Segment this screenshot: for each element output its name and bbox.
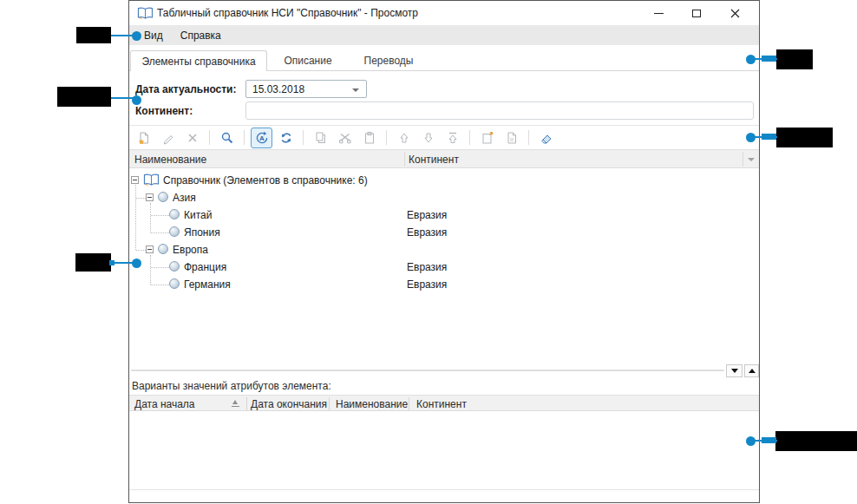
variants-table-header: Дата начала Дата окончания Наименование …	[129, 395, 759, 411]
continent-label: Континент:	[135, 105, 193, 117]
sort-ascending-icon[interactable]	[232, 400, 239, 408]
menu-bar: Вид Справка	[129, 25, 759, 45]
splitter-collapse-button[interactable]	[726, 364, 743, 377]
document-icon	[505, 131, 519, 145]
annotation-line	[111, 35, 134, 36]
auto-search-icon: A	[255, 131, 269, 145]
triangle-up-icon	[749, 369, 756, 373]
chevron-down-icon	[352, 88, 359, 92]
tree-item-label: Германия	[184, 278, 231, 291]
document-button[interactable]	[500, 128, 522, 148]
collapse-icon[interactable]	[146, 193, 154, 201]
arrow-to-top-icon	[446, 131, 460, 145]
search-button[interactable]	[216, 128, 238, 148]
element-icon	[158, 244, 168, 254]
reference-book-icon	[137, 7, 154, 20]
column-divider	[409, 397, 409, 410]
tree-col-continent[interactable]: Континент	[409, 154, 459, 166]
pencil-icon	[161, 131, 175, 145]
annotation-stub	[762, 56, 776, 62]
col-date-start[interactable]: Дата начала	[134, 398, 195, 410]
arrow-down-icon	[422, 131, 435, 145]
edit-button[interactable]	[157, 128, 179, 148]
element-icon	[169, 226, 180, 237]
tree-item-continent: Евразия	[407, 278, 447, 291]
window-controls	[639, 1, 754, 25]
element-icon	[169, 209, 180, 219]
column-divider	[404, 152, 405, 167]
paste-button[interactable]	[358, 128, 380, 148]
menu-item-help[interactable]: Справка	[180, 29, 221, 42]
new-item-button[interactable]	[133, 128, 154, 148]
tree-table-header: Наименование Континент	[129, 150, 759, 168]
annotation-line	[111, 97, 134, 99]
copy-icon	[314, 131, 328, 145]
tab-description[interactable]: Описание	[268, 50, 348, 70]
window-title: Табличный справочник НСИ "Справочник" - …	[157, 7, 418, 19]
column-divider	[743, 152, 743, 167]
tree-row-root[interactable]: Справочник (Элементов в справочнике: 6)	[129, 172, 758, 189]
annotation-stub	[762, 437, 776, 443]
delete-x-icon	[186, 131, 200, 145]
menu-item-view[interactable]: Вид	[144, 29, 163, 42]
open-card-button[interactable]	[476, 128, 498, 148]
date-label: Дата актуальности:	[135, 83, 237, 95]
collapse-icon[interactable]	[131, 176, 139, 184]
tree-row[interactable]: Китай Евразия	[129, 206, 758, 224]
annotated-screenshot: Табличный справочник НСИ "Справочник" - …	[0, 0, 857, 504]
collapse-icon[interactable]	[146, 245, 154, 253]
continent-input[interactable]	[245, 101, 754, 120]
variants-label: Варианты значений атрибутов элемента:	[132, 380, 331, 392]
col-continent[interactable]: Континент	[416, 398, 467, 410]
delete-button[interactable]	[181, 128, 203, 148]
tree-row[interactable]: Япония Евразия	[129, 224, 758, 241]
col-name[interactable]: Наименование	[336, 398, 408, 410]
annotation-box-variants	[775, 431, 857, 451]
title-bar: Табличный справочник НСИ "Справочник" - …	[129, 1, 759, 25]
col-date-end[interactable]: Дата окончания	[251, 398, 327, 410]
close-button[interactable]	[716, 1, 754, 25]
tree-item-label: Европа	[173, 244, 208, 256]
minimize-icon	[654, 13, 664, 14]
maximize-button[interactable]	[677, 1, 716, 25]
move-to-top-button[interactable]	[442, 128, 463, 148]
svg-text:A: A	[259, 134, 265, 142]
move-down-button[interactable]	[417, 128, 439, 148]
auto-search-toggle[interactable]: A	[251, 128, 272, 148]
element-icon	[169, 278, 180, 289]
annotation-dot-tree	[132, 259, 141, 268]
refresh-button[interactable]	[275, 128, 297, 148]
tree-row[interactable]: Франция Евразия	[129, 259, 758, 276]
tab-elements[interactable]: Элементы справочника	[130, 50, 267, 71]
filter-icon[interactable]	[748, 158, 755, 161]
tree-row[interactable]: Германия Евразия	[129, 276, 758, 293]
card-icon	[481, 131, 494, 145]
tree-col-name[interactable]: Наименование	[134, 154, 206, 166]
copy-button[interactable]	[310, 128, 331, 148]
tree-item-label: Франция	[184, 261, 226, 273]
clear-button[interactable]	[535, 128, 557, 148]
move-up-button[interactable]	[393, 128, 415, 148]
tab-translations[interactable]: Переводы	[351, 50, 426, 70]
tree-root-label: Справочник (Элементов в справочнике: 6)	[163, 174, 368, 187]
tree-item-label: Япония	[184, 226, 220, 239]
splitter-expand-button[interactable]	[744, 364, 759, 377]
column-divider	[329, 397, 330, 410]
splitter-handle[interactable]	[131, 370, 724, 371]
date-combobox[interactable]: 15.03.2018	[245, 80, 367, 98]
toolbar-separator	[209, 130, 210, 145]
tree-row[interactable]: Азия	[129, 189, 758, 206]
annotation-box-tree	[75, 253, 111, 272]
annotation-line	[111, 262, 134, 264]
minimize-button[interactable]	[639, 1, 677, 25]
tree-row[interactable]: Европа	[129, 241, 758, 259]
eraser-icon	[540, 131, 553, 145]
cut-button[interactable]	[334, 128, 356, 148]
element-icon	[169, 261, 180, 272]
close-icon	[730, 9, 740, 18]
toolbar-separator	[528, 130, 529, 145]
element-icon	[158, 192, 168, 202]
column-divider	[246, 397, 247, 410]
search-icon	[220, 131, 234, 145]
tree-item-continent: Евразия	[407, 209, 447, 221]
